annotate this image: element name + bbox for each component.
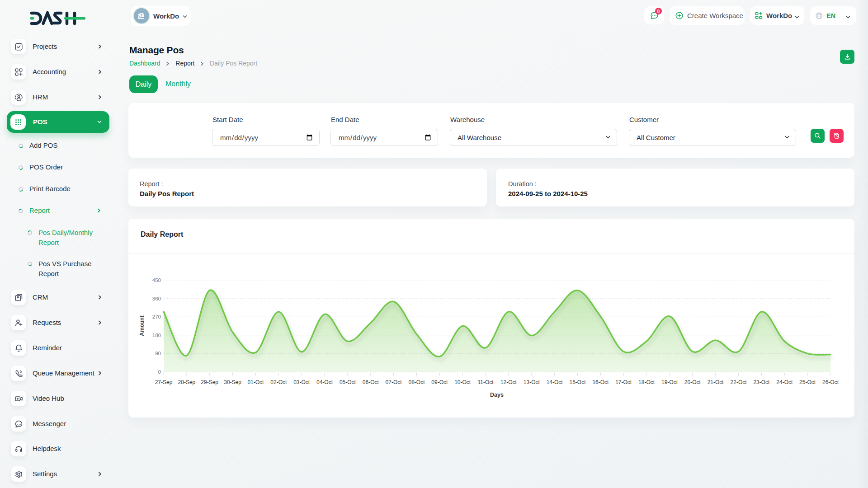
svg-text:180: 180 (152, 333, 161, 338)
svg-text:21-Oct: 21-Oct (708, 379, 724, 385)
svg-text:05-Oct: 05-Oct (340, 379, 356, 385)
svg-text:19-Oct: 19-Oct (661, 379, 678, 385)
svg-text:25-Oct: 25-Oct (799, 379, 816, 385)
svg-text:Amount: Amount (139, 315, 145, 336)
svg-text:270: 270 (152, 314, 161, 319)
svg-text:16-Oct: 16-Oct (592, 379, 609, 385)
svg-text:06-Oct: 06-Oct (363, 379, 379, 385)
svg-text:03-Oct: 03-Oct (293, 379, 310, 385)
svg-text:10-Oct: 10-Oct (454, 379, 471, 385)
svg-text:29-Sep: 29-Sep (201, 379, 218, 385)
svg-text:12-Oct: 12-Oct (500, 379, 517, 385)
svg-text:14-Oct: 14-Oct (547, 379, 563, 385)
svg-text:Days: Days (490, 392, 504, 398)
svg-text:15-Oct: 15-Oct (569, 379, 586, 385)
svg-text:20-Oct: 20-Oct (684, 379, 701, 385)
svg-text:27-Sep: 27-Sep (155, 379, 173, 385)
svg-text:0: 0 (158, 369, 161, 375)
svg-text:360: 360 (152, 296, 161, 301)
svg-text:23-Oct: 23-Oct (753, 379, 770, 385)
svg-text:08-Oct: 08-Oct (408, 379, 425, 385)
svg-text:450: 450 (152, 277, 161, 283)
svg-text:11-Oct: 11-Oct (478, 379, 494, 385)
svg-text:22-Oct: 22-Oct (731, 379, 747, 385)
svg-text:17-Oct: 17-Oct (615, 379, 632, 385)
svg-text:28-Sep: 28-Sep (178, 379, 196, 385)
svg-text:18-Oct: 18-Oct (638, 379, 655, 385)
svg-text:01-Oct: 01-Oct (247, 379, 264, 385)
svg-text:26-Oct: 26-Oct (822, 379, 839, 385)
svg-text:90: 90 (155, 351, 161, 356)
svg-text:07-Oct: 07-Oct (386, 379, 402, 385)
svg-text:24-Oct: 24-Oct (776, 379, 793, 385)
svg-text:04-Oct: 04-Oct (316, 379, 333, 385)
svg-text:09-Oct: 09-Oct (431, 379, 448, 385)
svg-text:30-Sep: 30-Sep (224, 379, 241, 385)
svg-text:02-Oct: 02-Oct (270, 379, 287, 385)
svg-text:13-Oct: 13-Oct (524, 379, 540, 385)
